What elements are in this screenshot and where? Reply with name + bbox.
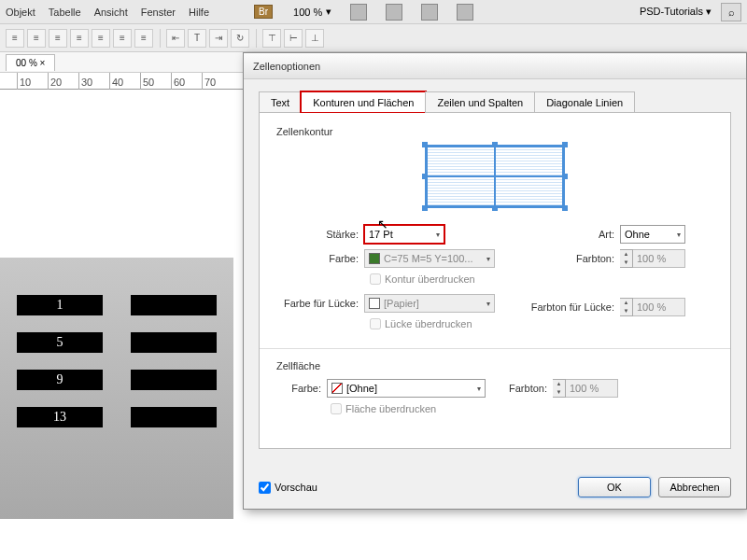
farbe-luecke-label: Farbe für Lücke: [276, 298, 364, 309]
flaeche-farbton-input[interactable]: 100 % [566, 379, 618, 398]
staerke-input[interactable]: 17 Pt ▾ [364, 225, 444, 244]
kontur-ueberdrucken-label: Kontur überdrucken [385, 273, 475, 285]
luecke-ueberdrucken-checkbox [370, 318, 381, 329]
menu-fenster[interactable]: Fenster [141, 7, 176, 18]
table-preview-panel: 1 5 9 13 [0, 258, 233, 519]
vorschau-checkbox-row[interactable]: Vorschau [259, 482, 317, 494]
chevron-down-icon: ▾ [326, 6, 331, 18]
table-cell[interactable] [131, 407, 217, 427]
tab-panel-konturen: Zellenkontur Stärke: 17 Pt [259, 113, 731, 449]
justify-last-right-icon[interactable]: ≡ [134, 29, 153, 48]
farbe-label: Farbe: [276, 253, 364, 264]
indent-left-icon[interactable]: ⇤ [166, 29, 185, 48]
dialog-tabs: Text Konturen und Flächen Zeilen und Spa… [259, 91, 731, 113]
table-cell[interactable]: 9 [17, 370, 103, 390]
indent-right-icon[interactable]: ⇥ [209, 29, 228, 48]
valign-middle-icon[interactable]: ⊢ [284, 29, 303, 48]
valign-bottom-icon[interactable]: ⊥ [305, 29, 324, 48]
justify-last-center-icon[interactable]: ≡ [113, 29, 132, 48]
document-tab[interactable]: 00 % × [6, 54, 55, 71]
chevron-down-icon: ▾ [477, 385, 481, 393]
tab-text[interactable]: Text [259, 91, 302, 113]
table-cell[interactable]: 1 [17, 295, 103, 315]
group-zellflaeche-label: Zellfläche [276, 360, 713, 371]
align-right-icon[interactable]: ≡ [49, 29, 67, 48]
bridge-badge[interactable]: Br [254, 5, 273, 19]
group-zellenkontur-label: Zellenkontur [276, 126, 713, 137]
cancel-button[interactable]: Abbrechen [658, 477, 731, 497]
color-swatch-icon [369, 298, 380, 309]
table-cell[interactable]: 5 [17, 332, 103, 353]
dialog-titlebar[interactable]: Zellenoptionen [244, 53, 746, 79]
farbton-luecke-spinner[interactable]: ▲▼ [620, 298, 633, 316]
paragraph-toolbar: ≡ ≡ ≡ ≡ ≡ ≡ ≡ ⇤ T ⇥ ↻ ⊤ ⊢ ⊥ [0, 24, 747, 52]
rotate-icon[interactable]: ↻ [231, 29, 249, 48]
color-swatch-icon [331, 383, 343, 394]
view-mode-icon-2[interactable] [386, 4, 402, 21]
chevron-down-icon: ▾ [436, 231, 440, 239]
farbton-label: Farbton: [523, 253, 620, 264]
flaeche-farbe-dropdown[interactable]: [Ohne] ▾ [327, 379, 486, 398]
vorschau-checkbox[interactable] [259, 482, 271, 494]
psd-tutorials-menu[interactable]: PSD-Tutorials ▾ [640, 6, 712, 18]
table-cell[interactable] [131, 370, 217, 390]
justify-last-left-icon[interactable]: ≡ [92, 29, 110, 48]
zoom-control[interactable]: 100 % ▾ [293, 6, 331, 18]
table-cell[interactable] [131, 332, 217, 353]
flaeche-farbton-label: Farbton: [497, 383, 553, 394]
tab-diagonale-linien[interactable]: Diagonale Linien [534, 91, 635, 113]
tab-konturen-flaechen[interactable]: Konturen und Flächen [301, 91, 426, 113]
color-swatch-icon [369, 253, 380, 264]
flaeche-farbton-spinner[interactable]: ▲▼ [553, 379, 566, 398]
farbe-dropdown[interactable]: C=75 M=5 Y=100... ▾ [364, 249, 495, 268]
table-cell[interactable] [131, 295, 217, 315]
justify-icon[interactable]: ≡ [70, 29, 89, 48]
menu-ansicht[interactable]: Ansicht [94, 7, 128, 18]
chevron-down-icon: ▾ [486, 255, 490, 263]
tab-zeilen-spalten[interactable]: Zeilen und Spalten [425, 91, 535, 113]
search-icon: ⌕ [728, 7, 735, 18]
vorschau-label: Vorschau [275, 482, 317, 493]
zoom-value: 100 % [293, 7, 322, 18]
staerke-label: Stärke: [276, 229, 364, 240]
flaeche-ueberdrucken-label: Fläche überdrucken [345, 403, 436, 414]
kontur-ueberdrucken-checkbox [370, 273, 381, 285]
cell-options-dialog: Zellenoptionen Text Konturen und Flächen… [243, 52, 747, 510]
ok-button[interactable]: OK [578, 477, 651, 497]
text-tool-icon[interactable]: T [188, 29, 206, 48]
valign-top-icon[interactable]: ⊤ [262, 29, 281, 48]
chevron-down-icon: ▾ [677, 231, 681, 239]
farbton-input[interactable]: 100 % [633, 249, 685, 268]
align-left-icon[interactable]: ≡ [6, 29, 24, 48]
art-dropdown[interactable]: Ohne ▾ [620, 225, 685, 244]
luecke-ueberdrucken-label: Lücke überdrucken [385, 318, 472, 329]
view-mode-icon-3[interactable] [421, 4, 438, 21]
farbton-luecke-label: Farbton für Lücke: [523, 301, 620, 313]
flaeche-farbe-label: Farbe: [276, 383, 327, 394]
menu-tabelle[interactable]: Tabelle [49, 7, 81, 18]
align-center-icon[interactable]: ≡ [27, 29, 46, 48]
cell-border-preview[interactable] [425, 145, 565, 208]
chevron-down-icon: ▾ [486, 300, 490, 308]
farbton-luecke-input[interactable]: 100 % [633, 298, 685, 316]
view-mode-icon-1[interactable] [350, 4, 367, 21]
farbe-luecke-dropdown[interactable]: [Papier] ▾ [364, 294, 495, 313]
art-label: Art: [523, 229, 620, 240]
view-mode-icon-4[interactable] [457, 4, 473, 21]
farbton-spinner[interactable]: ▲▼ [620, 249, 633, 268]
main-menu-bar: Objekt Tabelle Ansicht Fenster Hilfe Br … [0, 0, 747, 24]
dialog-title: Zellenoptionen [253, 61, 320, 72]
menu-hilfe[interactable]: Hilfe [189, 7, 209, 18]
search-button[interactable]: ⌕ [721, 3, 741, 21]
flaeche-ueberdrucken-checkbox [331, 403, 342, 414]
menu-objekt[interactable]: Objekt [6, 7, 35, 18]
table-cell[interactable]: 13 [17, 407, 103, 427]
